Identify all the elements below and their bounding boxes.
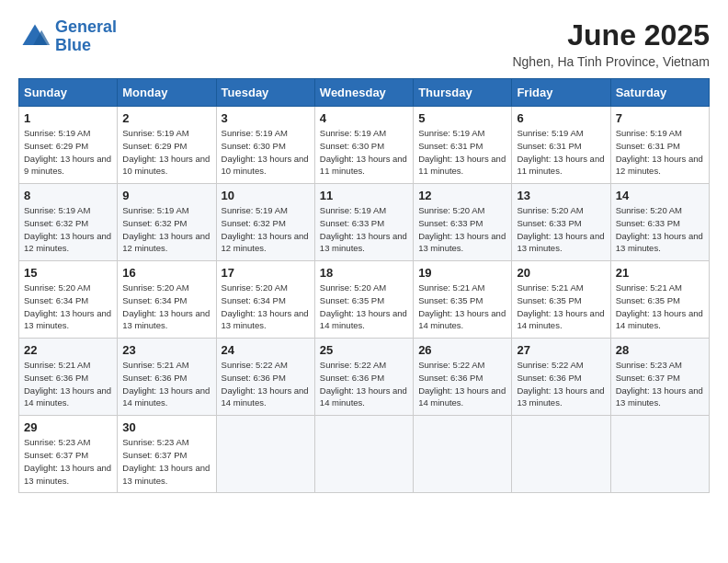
day-number: 23 — [122, 343, 210, 357]
day-info: Sunrise: 5:20 AM Sunset: 6:34 PM Dayligh… — [122, 282, 210, 332]
calendar-week-row: 1 Sunrise: 5:19 AM Sunset: 6:29 PM Dayli… — [19, 107, 710, 184]
calendar-cell: 26 Sunrise: 5:22 AM Sunset: 6:36 PM Dayl… — [414, 339, 512, 416]
calendar-cell — [314, 416, 413, 493]
calendar-cell: 19 Sunrise: 5:21 AM Sunset: 6:35 PM Dayl… — [414, 261, 512, 339]
calendar-cell: 20 Sunrise: 5:21 AM Sunset: 6:35 PM Dayl… — [512, 261, 610, 339]
day-info: Sunrise: 5:23 AM Sunset: 6:37 PM Dayligh… — [616, 359, 704, 409]
day-info: Sunrise: 5:19 AM Sunset: 6:29 PM Dayligh… — [24, 127, 112, 178]
calendar-cell: 15 Sunrise: 5:20 AM Sunset: 6:34 PM Dayl… — [19, 261, 118, 339]
day-info: Sunrise: 5:19 AM Sunset: 6:31 PM Dayligh… — [517, 127, 605, 178]
calendar-cell: 5 Sunrise: 5:19 AM Sunset: 6:31 PM Dayli… — [414, 107, 512, 184]
calendar-cell: 21 Sunrise: 5:21 AM Sunset: 6:35 PM Dayl… — [610, 261, 709, 339]
calendar-cell: 4 Sunrise: 5:19 AM Sunset: 6:30 PM Dayli… — [314, 107, 413, 184]
day-info: Sunrise: 5:19 AM Sunset: 6:32 PM Dayligh… — [122, 204, 210, 255]
calendar-cell: 7 Sunrise: 5:19 AM Sunset: 6:31 PM Dayli… — [610, 107, 709, 184]
calendar-cell: 14 Sunrise: 5:20 AM Sunset: 6:33 PM Dayl… — [610, 184, 709, 261]
calendar-cell — [610, 416, 709, 493]
day-number: 25 — [320, 343, 408, 357]
weekday-header: Wednesday — [314, 79, 413, 107]
weekday-header: Tuesday — [216, 79, 314, 107]
day-number: 2 — [122, 111, 210, 125]
calendar-cell: 3 Sunrise: 5:19 AM Sunset: 6:30 PM Dayli… — [216, 107, 314, 184]
calendar-week-row: 8 Sunrise: 5:19 AM Sunset: 6:32 PM Dayli… — [19, 184, 710, 261]
calendar-week-row: 22 Sunrise: 5:21 AM Sunset: 6:36 PM Dayl… — [19, 339, 710, 416]
day-number: 30 — [122, 420, 210, 434]
page-subtitle: Nghen, Ha Tinh Province, Vietnam — [512, 54, 710, 69]
day-number: 24 — [222, 343, 310, 357]
day-info: Sunrise: 5:21 AM Sunset: 6:35 PM Dayligh… — [418, 282, 506, 332]
day-info: Sunrise: 5:22 AM Sunset: 6:36 PM Dayligh… — [418, 359, 506, 409]
page-title: June 2025 — [512, 18, 710, 52]
day-info: Sunrise: 5:21 AM Sunset: 6:36 PM Dayligh… — [24, 359, 112, 409]
day-info: Sunrise: 5:23 AM Sunset: 6:37 PM Dayligh… — [24, 436, 112, 487]
day-number: 26 — [418, 343, 506, 357]
day-info: Sunrise: 5:20 AM Sunset: 6:34 PM Dayligh… — [222, 282, 310, 332]
day-number: 8 — [24, 189, 112, 202]
calendar-cell: 18 Sunrise: 5:20 AM Sunset: 6:35 PM Dayl… — [314, 261, 413, 339]
day-number: 16 — [122, 266, 210, 280]
day-number: 1 — [24, 111, 112, 125]
day-info: Sunrise: 5:21 AM Sunset: 6:35 PM Dayligh… — [616, 282, 704, 332]
calendar-cell: 17 Sunrise: 5:20 AM Sunset: 6:34 PM Dayl… — [216, 261, 314, 339]
calendar-cell: 8 Sunrise: 5:19 AM Sunset: 6:32 PM Dayli… — [19, 184, 118, 261]
calendar-cell: 10 Sunrise: 5:19 AM Sunset: 6:32 PM Dayl… — [216, 184, 314, 261]
day-info: Sunrise: 5:19 AM Sunset: 6:32 PM Dayligh… — [24, 204, 112, 255]
calendar-cell: 2 Sunrise: 5:19 AM Sunset: 6:29 PM Dayli… — [118, 107, 216, 184]
day-number: 17 — [222, 266, 310, 280]
calendar-header-row: SundayMondayTuesdayWednesdayThursdayFrid… — [19, 79, 710, 107]
calendar-cell: 6 Sunrise: 5:19 AM Sunset: 6:31 PM Dayli… — [512, 107, 610, 184]
day-number: 4 — [320, 111, 408, 125]
day-info: Sunrise: 5:20 AM Sunset: 6:35 PM Dayligh… — [320, 282, 408, 332]
day-number: 10 — [222, 189, 310, 202]
day-number: 19 — [418, 266, 506, 280]
day-info: Sunrise: 5:20 AM Sunset: 6:33 PM Dayligh… — [418, 204, 506, 255]
calendar-cell: 29 Sunrise: 5:23 AM Sunset: 6:37 PM Dayl… — [19, 416, 118, 493]
calendar-week-row: 29 Sunrise: 5:23 AM Sunset: 6:37 PM Dayl… — [19, 416, 710, 493]
calendar-cell: 16 Sunrise: 5:20 AM Sunset: 6:34 PM Dayl… — [118, 261, 216, 339]
day-number: 18 — [320, 266, 408, 280]
calendar-cell: 28 Sunrise: 5:23 AM Sunset: 6:37 PM Dayl… — [610, 339, 709, 416]
day-number: 15 — [24, 266, 112, 280]
weekday-header: Thursday — [414, 79, 512, 107]
weekday-header: Monday — [118, 79, 216, 107]
day-info: Sunrise: 5:20 AM Sunset: 6:33 PM Dayligh… — [517, 204, 605, 255]
logo-icon — [18, 20, 51, 53]
calendar-cell — [216, 416, 314, 493]
day-info: Sunrise: 5:21 AM Sunset: 6:36 PM Dayligh… — [122, 359, 210, 409]
day-info: Sunrise: 5:19 AM Sunset: 6:30 PM Dayligh… — [320, 127, 408, 178]
calendar-cell: 24 Sunrise: 5:22 AM Sunset: 6:36 PM Dayl… — [216, 339, 314, 416]
calendar-cell: 25 Sunrise: 5:22 AM Sunset: 6:36 PM Dayl… — [314, 339, 413, 416]
day-number: 20 — [517, 266, 605, 280]
title-area: June 2025 Nghen, Ha Tinh Province, Vietn… — [512, 18, 710, 69]
calendar-cell: 11 Sunrise: 5:19 AM Sunset: 6:33 PM Dayl… — [314, 184, 413, 261]
calendar-cell — [414, 416, 512, 493]
day-info: Sunrise: 5:22 AM Sunset: 6:36 PM Dayligh… — [320, 359, 408, 409]
day-info: Sunrise: 5:22 AM Sunset: 6:36 PM Dayligh… — [222, 359, 310, 409]
calendar-week-row: 15 Sunrise: 5:20 AM Sunset: 6:34 PM Dayl… — [19, 261, 710, 339]
calendar-cell: 27 Sunrise: 5:22 AM Sunset: 6:36 PM Dayl… — [512, 339, 610, 416]
day-number: 28 — [616, 343, 704, 357]
day-number: 14 — [616, 189, 704, 202]
calendar-cell: 1 Sunrise: 5:19 AM Sunset: 6:29 PM Dayli… — [19, 107, 118, 184]
calendar-cell: 22 Sunrise: 5:21 AM Sunset: 6:36 PM Dayl… — [19, 339, 118, 416]
day-number: 5 — [418, 111, 506, 125]
day-number: 29 — [24, 420, 112, 434]
day-number: 3 — [222, 111, 310, 125]
day-number: 22 — [24, 343, 112, 357]
weekday-header: Sunday — [19, 79, 118, 107]
day-info: Sunrise: 5:21 AM Sunset: 6:35 PM Dayligh… — [517, 282, 605, 332]
calendar-cell: 9 Sunrise: 5:19 AM Sunset: 6:32 PM Dayli… — [118, 184, 216, 261]
day-info: Sunrise: 5:19 AM Sunset: 6:32 PM Dayligh… — [222, 204, 310, 255]
day-number: 12 — [418, 189, 506, 202]
page-header: General Blue June 2025 Nghen, Ha Tinh Pr… — [18, 18, 710, 69]
day-info: Sunrise: 5:22 AM Sunset: 6:36 PM Dayligh… — [517, 359, 605, 409]
calendar-cell: 12 Sunrise: 5:20 AM Sunset: 6:33 PM Dayl… — [414, 184, 512, 261]
logo: General Blue — [18, 18, 117, 55]
calendar-cell: 23 Sunrise: 5:21 AM Sunset: 6:36 PM Dayl… — [118, 339, 216, 416]
calendar-table: SundayMondayTuesdayWednesdayThursdayFrid… — [18, 78, 710, 493]
day-info: Sunrise: 5:19 AM Sunset: 6:29 PM Dayligh… — [122, 127, 210, 178]
day-info: Sunrise: 5:20 AM Sunset: 6:33 PM Dayligh… — [616, 204, 704, 255]
day-number: 9 — [122, 189, 210, 202]
weekday-header: Saturday — [610, 79, 709, 107]
day-number: 6 — [517, 111, 605, 125]
